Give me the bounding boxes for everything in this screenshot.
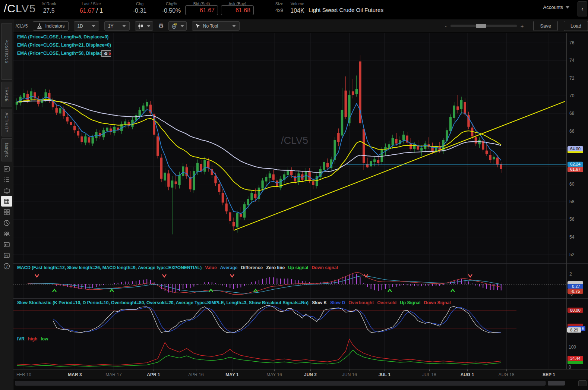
study-title: Slow Stochastic (K Period=10, D Period=1…	[17, 300, 309, 305]
ivr-study-header[interactable]: IVRhighlow	[17, 336, 51, 342]
volume-field: Volume 104K	[286, 1, 309, 14]
legend-item: Zero line	[266, 265, 285, 270]
chevron-down-icon	[180, 25, 184, 27]
calendar-icon[interactable]	[0, 239, 13, 250]
candlestick-icon	[137, 23, 144, 29]
iv-rank-label: IV Rank	[36, 1, 62, 6]
study-settings-gear-icon[interactable]: ⚙	[104, 50, 108, 58]
svg-text:70: 70	[569, 93, 575, 98]
chart-icon[interactable]	[1, 196, 12, 207]
legend-item: Overbought	[348, 300, 374, 305]
study-remove-icon[interactable]: ✖	[109, 50, 111, 58]
drawing-tools-dropdown[interactable]	[168, 21, 187, 31]
range-dropdown[interactable]: 1Y	[104, 21, 130, 31]
study-edit-controls: ⚙ ✖	[101, 50, 111, 57]
time-axis-tick	[232, 369, 233, 371]
ema-study-label[interactable]: EMA (Price=CLOSE, Length=50, Displace=0)…	[17, 49, 111, 57]
chart-settings-gear-button[interactable]: ⚙	[158, 22, 164, 30]
legend-item: Down signal	[312, 265, 338, 270]
ema-study-labels: EMA (Price=CLOSE, Length=5, Displace=0) …	[17, 33, 111, 57]
collapse-panel-button[interactable]: ‹	[578, 1, 587, 16]
scrollbar-thumb[interactable]	[15, 381, 546, 386]
svg-text:68: 68	[569, 111, 575, 116]
zoom-slider-thumb[interactable]	[476, 24, 486, 28]
last-size-label: Last / Size	[69, 1, 114, 6]
indicators-button[interactable]: Indicators	[33, 21, 68, 31]
chart-style-dropdown[interactable]	[135, 21, 153, 31]
time-axis-tick	[385, 369, 385, 371]
time-axis-tick	[114, 369, 114, 371]
save-button[interactable]: Save	[533, 21, 558, 31]
fx-window-icon[interactable]: F1	[0, 250, 13, 261]
chg-pct-value: -0.50%	[157, 7, 186, 14]
chg-label: Chg	[127, 1, 153, 6]
bid-button[interactable]: 61.67	[185, 5, 218, 15]
ema-study-label[interactable]: EMA (Price=CLOSE, Length=21, Displace=0)	[17, 41, 111, 49]
legend-item: Up Signal	[400, 300, 420, 305]
chevron-down-icon	[92, 25, 95, 27]
time-axis-tick	[350, 369, 350, 371]
sidebar-tab-activity[interactable]: ACTIVITY	[1, 109, 12, 136]
social-people-icon[interactable]	[0, 228, 13, 239]
sidebar-tab-trade[interactable]: TRADE	[1, 82, 12, 107]
time-axis-label: MAY 1	[225, 372, 238, 377]
sidebar-tab-positions[interactable]: POSITIONS	[1, 23, 12, 80]
legend-item: Oversold	[377, 300, 396, 305]
time-axis-tick	[196, 369, 196, 371]
dashboard-grid-icon[interactable]	[0, 207, 13, 217]
help-icon[interactable]: ?	[0, 261, 13, 271]
history-clock-icon[interactable]	[0, 217, 13, 228]
legend-item: low	[41, 336, 48, 342]
time-axis-label: MAY 16	[266, 372, 282, 377]
chart-toolbar: /CLV5 Indicators 1D 1Y ⚙ No Tool - + Sa	[13, 19, 588, 33]
svg-text:61.67: 61.67	[570, 167, 581, 172]
legend-item: Up signal	[288, 265, 308, 270]
timeframe-dropdown[interactable]: 1D	[74, 21, 99, 31]
time-axis-label: SEP 1	[543, 372, 555, 377]
time-axis-tick	[274, 369, 275, 371]
time-axis-label: MAR 3	[68, 372, 82, 377]
svg-text:100: 100	[569, 345, 576, 350]
time-axis-tick	[75, 369, 75, 371]
price-chart-canvas[interactable]: /CLV5767472706866605856545264.0062.2461.…	[13, 33, 588, 263]
time-axis-tick	[24, 369, 24, 371]
chevron-down-icon	[232, 25, 236, 27]
time-axis-tick	[429, 369, 430, 371]
svg-text:?: ?	[6, 264, 8, 268]
zoom-in-button[interactable]: +	[517, 23, 528, 29]
quote-news-icon[interactable]	[0, 163, 13, 174]
ivr-panel-canvas[interactable]: 100034.44	[13, 334, 588, 369]
macd-study-header[interactable]: MACD (Fast length=12, Slow length=26, MA…	[17, 265, 341, 270]
sidebar-tab-tastyfx[interactable]: tastyfx	[1, 138, 12, 161]
chevron-down-icon	[147, 25, 151, 27]
last-size-field: Last / Size 61.67 / 1	[69, 1, 114, 14]
active-tool-dropdown[interactable]: No Tool	[192, 21, 240, 31]
ema-study-label[interactable]: EMA (Price=CLOSE, Length=5, Displace=0)	[17, 33, 111, 41]
chevron-left-icon: ‹	[581, 6, 583, 12]
chart-watermark: /CLV5	[281, 135, 308, 146]
stochastic-study-header[interactable]: Slow Stochastic (K Period=10, D Period=1…	[17, 300, 454, 305]
time-axis-label: MAR 17	[105, 372, 121, 377]
iv-rank-field: IV Rank 27.5	[36, 1, 62, 14]
svg-text:56: 56	[569, 217, 575, 222]
study-title: IVR	[17, 336, 25, 342]
legend-item: Difference	[241, 265, 263, 270]
last-value: 61.67	[80, 7, 95, 14]
chg-pct-field: Chg% -0.50%	[157, 1, 186, 14]
chg-value: -0.31	[127, 7, 153, 14]
time-axis-label: APR 1	[147, 372, 160, 377]
monitor-icon[interactable]	[0, 185, 13, 196]
scrollbar-nub[interactable]	[548, 381, 565, 386]
time-axis-label: JUL 18	[422, 372, 436, 377]
zoom-slider[interactable]	[451, 25, 517, 27]
svg-text:-0.27: -0.27	[570, 284, 580, 289]
drawing-tools-icon	[171, 23, 178, 29]
symbol-title: /CLV5	[4, 2, 36, 15]
watchlist-icon[interactable]	[0, 174, 13, 185]
load-button[interactable]: Load	[564, 21, 588, 31]
svg-text:54: 54	[569, 235, 575, 240]
zoom-out-button[interactable]: -	[441, 23, 451, 29]
accounts-dropdown[interactable]: Accounts	[543, 4, 569, 10]
svg-text:64.00: 64.00	[570, 147, 581, 151]
ask-button[interactable]: 61.68	[221, 5, 254, 15]
